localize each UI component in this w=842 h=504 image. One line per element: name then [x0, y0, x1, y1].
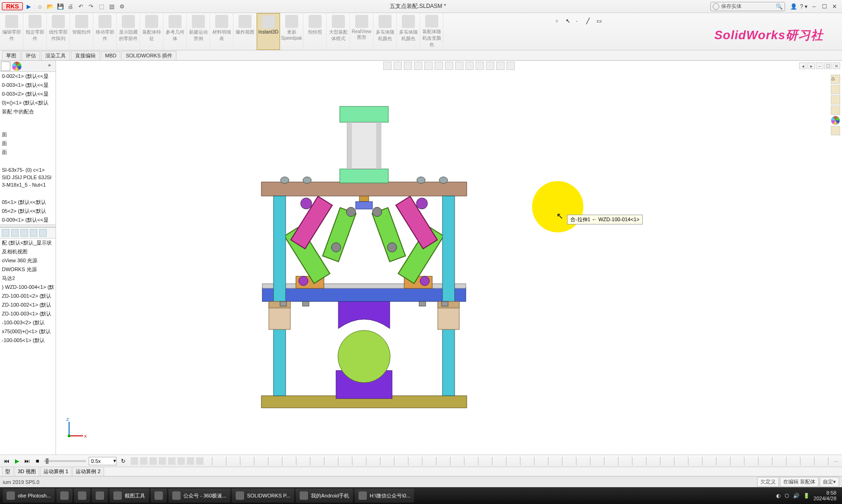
taskbar-item[interactable]: obe Photosh...: [3, 489, 55, 503]
chevron-right-icon[interactable]: ▸: [45, 62, 55, 71]
vertex-icon[interactable]: ·: [576, 18, 583, 25]
open-icon[interactable]: 📂: [46, 2, 54, 11]
system-tray[interactable]: ◐ ⬡ 🔊 🔋 8:58 2024/4/28: [776, 490, 840, 501]
icon1[interactable]: [2, 229, 9, 237]
taskbar-clock[interactable]: 8:58 2024/4/28: [814, 490, 836, 501]
force-icon[interactable]: [159, 457, 166, 465]
loop-button[interactable]: ↻: [119, 457, 127, 465]
filter-icon[interactable]: ▿: [555, 18, 563, 25]
tree-item[interactable]: 0)+()<1> (默认<默认: [0, 98, 56, 107]
command-tab[interactable]: 评估: [21, 51, 40, 60]
taskbar-item[interactable]: SOLIDWORKS P...: [232, 489, 294, 503]
home-task-icon[interactable]: ⌂: [831, 75, 840, 84]
status-field[interactable]: 在编辑 装配体: [780, 477, 819, 487]
tree-item[interactable]: ZD-100-003<1> (默认: [0, 309, 56, 318]
tree-item[interactable]: SID JSIJ POLE 63JSI: [0, 174, 56, 181]
command-tab[interactable]: 草图: [2, 51, 21, 60]
tree-item[interactable]: 面: [0, 139, 56, 148]
feature-tree-faces[interactable]: 面面面: [0, 130, 56, 157]
ribbon-button[interactable]: Instant3D: [257, 13, 280, 50]
status-field[interactable]: 自定▾: [820, 477, 839, 487]
spring-icon[interactable]: [140, 457, 147, 465]
ribbon-button[interactable]: 材料明细表: [210, 13, 233, 50]
redo-icon[interactable]: ↷: [87, 2, 95, 11]
motion-tab[interactable]: 3D 视图: [14, 467, 39, 476]
doc-next-icon[interactable]: ▸: [807, 63, 815, 69]
save-icon[interactable]: 💾: [56, 2, 64, 11]
plot-icon[interactable]: [196, 457, 203, 465]
tree-item[interactable]: 0-009<1> (默认<<显: [0, 216, 56, 224]
minimize-button[interactable]: –: [809, 3, 819, 10]
ribbon-button[interactable]: 线性零部件阵列: [47, 13, 70, 50]
print-icon[interactable]: 🖨: [66, 2, 75, 11]
motion-tab[interactable]: 运动算例 2: [72, 467, 104, 476]
home-icon[interactable]: ⌂: [35, 2, 44, 11]
icon5[interactable]: [39, 229, 47, 237]
tray-icon[interactable]: 🔋: [803, 493, 810, 499]
tree-item[interactable]: 面: [0, 148, 56, 157]
feature-tree-mid3[interactable]: 05<1> (默认<<默认05<2> (默认<<默认0-009<1> (默认<<…: [0, 198, 56, 224]
ribbon-button[interactable]: 编辑零部件: [0, 13, 23, 50]
ribbon-button[interactable]: 更新Speedpak: [280, 13, 303, 50]
ribbon-button[interactable]: 新建运动算例: [187, 13, 210, 50]
tree-item[interactable]: -100-005<1> (默认: [0, 336, 56, 345]
results-icon[interactable]: [187, 457, 194, 465]
doc-icon[interactable]: ▤: [107, 2, 116, 11]
taskbar-item[interactable]: [92, 489, 108, 503]
taskbar-item[interactable]: [151, 489, 167, 503]
tree-item[interactable]: 面: [0, 130, 56, 139]
rewind-button[interactable]: ⏮: [3, 457, 10, 465]
graphics-viewport[interactable]: ◂ ▸ – ☐ ✕ ⌂ ↖ 合-拉伸1 ← WZD-100-014<1>: [56, 61, 842, 455]
tree-item[interactable]: 0-002<1> (默认<<显: [0, 72, 56, 81]
ribbon-button[interactable]: 多实体随机颜色: [397, 13, 420, 50]
taskbar-item[interactable]: 公众号 - 360极速...: [168, 489, 230, 503]
icon2[interactable]: [11, 229, 19, 237]
tree-item[interactable]: 05<2> (默认<<默认: [0, 207, 56, 216]
appearances-task-icon[interactable]: [831, 116, 840, 125]
search-box[interactable]: 保存实体 🔍: [710, 2, 785, 11]
play-button[interactable]: ▶: [13, 457, 21, 465]
ribbon-button[interactable]: 参考几何体: [163, 13, 187, 50]
icon4[interactable]: [30, 229, 37, 237]
motion-tab[interactable]: 运动算例 1: [40, 467, 71, 476]
tree-item[interactable]: 装配 中的配合: [0, 107, 56, 116]
close-button[interactable]: ✕: [830, 3, 839, 10]
fwd-button[interactable]: ⏭: [23, 457, 31, 465]
gear-icon[interactable]: ⚙: [118, 2, 126, 11]
ribbon-button[interactable]: RealView 图形: [350, 13, 373, 50]
tree-item[interactable]: 05<1> (默认<<默认: [0, 198, 56, 207]
ribbon-button[interactable]: 移动零部件: [93, 13, 117, 50]
user-icon[interactable]: 👤: [789, 3, 798, 10]
feature-tree-mid2[interactable]: SI-63x75- (0) c<1>SID JSIJ POLE 63JSI3-M…: [0, 166, 56, 189]
maximize-button[interactable]: ☐: [820, 3, 829, 10]
tree-item[interactable]: 0-003<2> (默认<<显: [0, 90, 56, 98]
help-dropdown-icon[interactable]: ? ▾: [799, 3, 808, 10]
motion-tree[interactable]: 配 (默认<默认_显示状及相机视图oView 360 光源DWORKS 光源马达…: [0, 238, 56, 345]
tree-item[interactable]: 配 (默认<默认_显示状: [0, 238, 56, 247]
command-tab[interactable]: 渲染工具: [41, 51, 70, 60]
ribbon-button[interactable]: 多实体随机颜色: [373, 13, 397, 50]
tray-icon[interactable]: ◐: [776, 493, 781, 499]
time-slider[interactable]: [44, 460, 86, 462]
command-tab[interactable]: 直接编辑: [71, 51, 100, 60]
ribbon-button[interactable]: 显示隐藏的零部件: [117, 13, 140, 50]
stop-button[interactable]: ■: [34, 457, 41, 465]
doc-close-button[interactable]: ✕: [833, 63, 840, 69]
tree-item[interactable]: DWORKS 光源: [0, 265, 56, 274]
tree-item[interactable]: 0-003<1> (默认<<显: [0, 81, 56, 90]
tree-item[interactable]: 及相机视图: [0, 247, 56, 256]
motor-icon[interactable]: [131, 457, 138, 465]
taskbar-item[interactable]: [74, 489, 90, 503]
assembly-model[interactable]: [233, 61, 495, 415]
resources-icon[interactable]: [831, 85, 840, 94]
face-icon[interactable]: ▭: [596, 18, 604, 25]
tray-icon[interactable]: ⬡: [785, 493, 789, 499]
ribbon-button[interactable]: 指定零部件: [23, 13, 47, 50]
file-explorer-icon[interactable]: [831, 105, 840, 115]
tree-item[interactable]: ZD-100-002<1> (默认: [0, 301, 56, 309]
tree-item[interactable]: 3-M18x1_5 - Nut<1: [0, 181, 56, 189]
feature-tree-icon[interactable]: [1, 62, 10, 71]
custom-props-icon[interactable]: [831, 126, 840, 135]
doc-maximize-button[interactable]: ☐: [824, 63, 832, 69]
edge-icon[interactable]: ╱: [586, 18, 594, 25]
